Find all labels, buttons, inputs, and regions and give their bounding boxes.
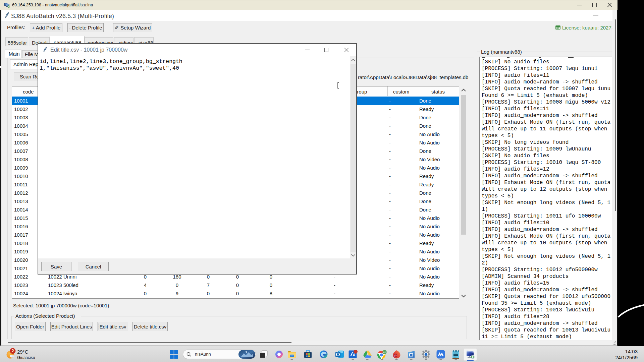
svg-text:P: P [394,354,396,357]
svg-text:SJ: SJ [383,351,386,354]
svg-text:2: 2 [12,349,14,353]
